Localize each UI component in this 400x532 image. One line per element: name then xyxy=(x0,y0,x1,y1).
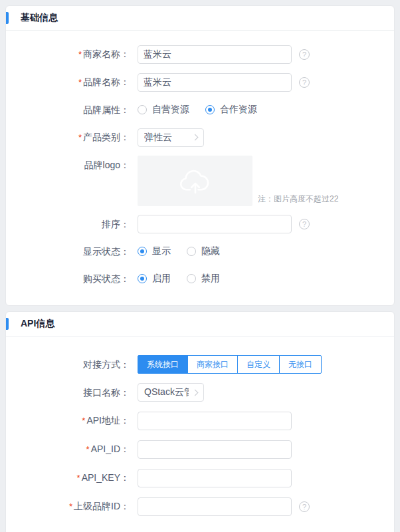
radio-option-disable[interactable]: 禁用 xyxy=(187,273,220,285)
select-value: QStack云管... xyxy=(144,386,189,398)
radio-option-self-resource[interactable]: 自营资源 xyxy=(138,104,189,116)
cloud-upload-icon xyxy=(176,166,215,196)
api-key-input[interactable] xyxy=(138,469,292,487)
basic-info-header: 基础信息 xyxy=(6,6,394,31)
section-title: API信息 xyxy=(21,318,54,330)
radio-label: 自营资源 xyxy=(152,104,189,116)
radio-icon xyxy=(187,274,196,283)
api-address-label: *API地址： xyxy=(6,411,138,430)
sort-input[interactable] xyxy=(138,215,292,233)
radio-option-show[interactable]: 显示 xyxy=(138,245,171,257)
connect-mode-button-group: 系统接口 商家接口 自定义 无接口 xyxy=(138,355,322,374)
merchant-name-row: *商家名称： ? xyxy=(6,45,381,64)
radio-label: 显示 xyxy=(152,245,171,257)
select-value: 弹性云 xyxy=(144,132,172,144)
brand-attr-row: 品牌属性： 自营资源 合作资源 xyxy=(6,100,381,119)
section-accent-bar xyxy=(6,12,9,24)
required-mark: * xyxy=(78,77,82,87)
api-id-input[interactable] xyxy=(138,440,292,459)
interface-name-row: 接口名称： QStack云管... xyxy=(6,383,381,402)
brand-attr-radio-group: 自营资源 合作资源 xyxy=(138,104,273,116)
help-icon[interactable]: ? xyxy=(299,219,310,229)
sort-row: 排序： ? xyxy=(6,215,381,233)
radio-icon-checked xyxy=(138,247,147,256)
help-icon[interactable]: ? xyxy=(299,49,310,60)
purchase-status-label: 购买状态： xyxy=(6,269,138,288)
product-category-row: *产品类别： 弹性云 xyxy=(6,128,381,147)
api-id-row: *API_ID： xyxy=(6,440,381,459)
api-address-row: *API地址： xyxy=(6,411,381,430)
connect-mode-row: 对接方式： 系统接口 商家接口 自定义 无接口 xyxy=(6,355,381,374)
basic-info-body: *商家名称： ? *品牌名称： ? 品牌属性： 自营资源 合作资源 xyxy=(6,31,394,305)
brand-name-row: *品牌名称： ? xyxy=(6,72,381,92)
section-title: 基础信息 xyxy=(21,12,58,24)
api-key-row: *API_KEY： xyxy=(6,468,381,487)
required-mark: * xyxy=(69,501,72,511)
help-icon[interactable]: ? xyxy=(299,77,310,88)
required-mark: * xyxy=(78,132,82,142)
connect-mode-button-custom[interactable]: 自定义 xyxy=(237,355,280,374)
api-key-label: *API_KEY： xyxy=(6,468,138,487)
interface-name-select[interactable]: QStack云管... xyxy=(138,383,204,402)
radio-label: 隐藏 xyxy=(201,245,220,257)
basic-info-card: 基础信息 *商家名称： ? *品牌名称： ? 品牌属性： 自营资源 合作资源 xyxy=(5,5,395,306)
product-category-label: *产品类别： xyxy=(6,128,138,147)
section-accent-bar xyxy=(6,318,9,330)
chevron-right-icon xyxy=(192,134,199,141)
brand-name-input[interactable] xyxy=(138,73,292,92)
required-mark: * xyxy=(78,49,82,59)
connect-mode-button-merchant[interactable]: 商家接口 xyxy=(187,355,238,374)
radio-label: 启用 xyxy=(152,273,171,285)
brand-logo-label: 品牌logo： xyxy=(6,156,138,174)
api-info-body: 对接方式： 系统接口 商家接口 自定义 无接口 接口名称： QStack云管..… xyxy=(6,336,394,532)
brand-name-label: *品牌名称： xyxy=(6,72,138,92)
merchant-name-input[interactable] xyxy=(138,45,292,64)
brand-attr-label: 品牌属性： xyxy=(6,100,138,119)
required-mark: * xyxy=(82,416,85,426)
parent-brand-id-input[interactable] xyxy=(138,497,292,516)
radio-icon-checked xyxy=(205,105,215,114)
required-mark: * xyxy=(77,473,80,483)
purchase-status-radio-group: 启用 禁用 xyxy=(138,273,236,285)
radio-icon xyxy=(187,247,196,256)
connect-mode-button-none[interactable]: 无接口 xyxy=(279,355,322,374)
api-address-input[interactable] xyxy=(138,412,292,430)
radio-icon xyxy=(138,105,147,114)
merchant-name-label: *商家名称： xyxy=(6,45,138,64)
radio-icon-checked xyxy=(138,274,147,283)
logo-upload-dropzone[interactable] xyxy=(138,156,252,206)
radio-label: 合作资源 xyxy=(220,104,257,116)
parent-brand-id-label: *上级品牌ID： xyxy=(6,497,138,516)
display-status-row: 显示状态： 显示 隐藏 xyxy=(6,242,381,261)
radio-option-coop-resource[interactable]: 合作资源 xyxy=(205,104,257,116)
parent-brand-id-row: *上级品牌ID： ? xyxy=(6,497,381,516)
api-id-label: *API_ID： xyxy=(6,440,138,459)
required-mark: * xyxy=(86,444,90,454)
interface-name-label: 接口名称： xyxy=(6,383,138,402)
purchase-status-row: 购买状态： 启用 禁用 xyxy=(6,269,381,288)
api-info-card: API信息 对接方式： 系统接口 商家接口 自定义 无接口 接口名称： QSta… xyxy=(5,311,395,532)
brand-logo-row: 品牌logo： 注：图片高度不超过22 xyxy=(6,156,381,206)
chevron-right-icon xyxy=(192,389,199,396)
product-category-select[interactable]: 弹性云 xyxy=(138,128,204,147)
help-icon[interactable]: ? xyxy=(299,501,310,512)
radio-label: 禁用 xyxy=(201,273,220,285)
connect-mode-label: 对接方式： xyxy=(6,355,138,374)
display-status-radio-group: 显示 隐藏 xyxy=(138,245,236,257)
display-status-label: 显示状态： xyxy=(6,242,138,261)
api-info-header: API信息 xyxy=(6,312,394,336)
radio-option-enable[interactable]: 启用 xyxy=(138,273,171,285)
connect-mode-button-system[interactable]: 系统接口 xyxy=(138,355,188,374)
sort-label: 排序： xyxy=(6,215,138,233)
logo-upload-note: 注：图片高度不超过22 xyxy=(258,194,338,206)
radio-option-hide[interactable]: 隐藏 xyxy=(187,245,220,257)
